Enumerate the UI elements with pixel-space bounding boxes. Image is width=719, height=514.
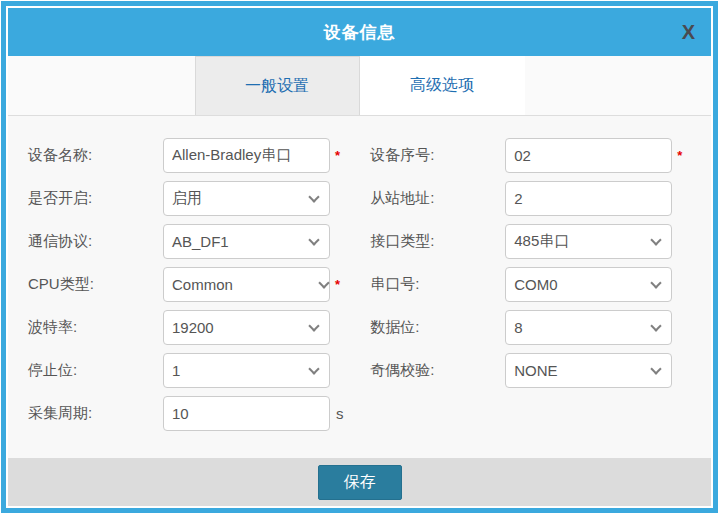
dialog-titlebar: 设备信息 X [8, 8, 711, 56]
interface-type-select-value: 485串口 [514, 232, 569, 251]
device-serial-field: 设备序号: * [370, 137, 693, 173]
enable-label: 是否开启: [28, 189, 163, 208]
required-asterisk: * [335, 277, 340, 292]
chevron-down-icon [651, 320, 662, 331]
required-asterisk: * [335, 148, 340, 163]
device-name-input[interactable] [163, 138, 330, 173]
data-bits-select[interactable]: 8 [505, 310, 672, 345]
form-column-right: 设备序号: * 从站地址: 接口类型: 48 [370, 137, 693, 438]
enable-select-value: 启用 [172, 189, 202, 208]
baud-rate-select[interactable]: 19200 [163, 310, 330, 345]
protocol-label: 通信协议: [28, 232, 163, 251]
tab-advanced-options[interactable]: 高级选项 [360, 56, 525, 115]
device-serial-input[interactable] [505, 138, 672, 173]
chevron-down-icon [651, 363, 662, 374]
collect-period-field: 采集周期: s [28, 395, 370, 431]
baud-rate-select-value: 19200 [172, 319, 214, 336]
tab-bar: 一般设置 高级选项 [8, 56, 711, 116]
interface-type-field: 接口类型: 485串口 [370, 223, 693, 259]
serial-port-field: 串口号: COM0 [370, 266, 693, 302]
device-info-dialog: 设备信息 X 一般设置 高级选项 设备名称: * 是否开启: [1, 1, 718, 513]
device-form: 设备名称: * 是否开启: 启用 通 [8, 116, 711, 438]
data-bits-select-value: 8 [514, 319, 522, 336]
data-bits-field: 数据位: 8 [370, 309, 693, 345]
cpu-type-select-value: Common [172, 276, 233, 293]
slave-address-input[interactable] [505, 181, 672, 216]
collect-period-label: 采集周期: [28, 404, 163, 423]
baud-rate-label: 波特率: [28, 318, 163, 337]
interface-type-select[interactable]: 485串口 [505, 224, 672, 259]
cpu-type-label: CPU类型: [28, 275, 163, 294]
required-asterisk: * [677, 148, 682, 163]
chevron-down-icon [308, 363, 319, 374]
protocol-select-value: AB_DF1 [172, 233, 229, 250]
stop-bits-select[interactable]: 1 [163, 353, 330, 388]
chevron-down-icon [651, 234, 662, 245]
enable-select[interactable]: 启用 [163, 181, 330, 216]
dialog-title: 设备信息 [324, 21, 396, 44]
dialog-footer: 保存 [8, 458, 711, 506]
chevron-down-icon [308, 191, 319, 202]
stop-bits-field: 停止位: 1 [28, 352, 370, 388]
protocol-field: 通信协议: AB_DF1 [28, 223, 370, 259]
data-bits-label: 数据位: [370, 318, 505, 337]
close-button[interactable]: X [682, 22, 695, 42]
cpu-type-select[interactable]: Common [163, 267, 330, 302]
chevron-down-icon [318, 277, 329, 288]
parity-field: 奇偶校验: NONE [370, 352, 693, 388]
device-name-field: 设备名称: * [28, 137, 370, 173]
serial-port-label: 串口号: [370, 275, 505, 294]
device-serial-label: 设备序号: [370, 146, 505, 165]
parity-label: 奇偶校验: [370, 361, 505, 380]
save-button[interactable]: 保存 [318, 465, 402, 500]
form-column-left: 设备名称: * 是否开启: 启用 通 [28, 137, 370, 438]
baud-rate-field: 波特率: 19200 [28, 309, 370, 345]
enable-field: 是否开启: 启用 [28, 180, 370, 216]
chevron-down-icon [651, 277, 662, 288]
interface-type-label: 接口类型: [370, 232, 505, 251]
device-name-label: 设备名称: [28, 146, 163, 165]
cpu-type-field: CPU类型: Common * [28, 266, 370, 302]
slave-address-label: 从站地址: [370, 189, 505, 208]
serial-port-select-value: COM0 [514, 276, 557, 293]
slave-address-field: 从站地址: [370, 180, 693, 216]
stop-bits-select-value: 1 [172, 362, 180, 379]
dialog-body: 一般设置 高级选项 设备名称: * 是否开启: 启用 [8, 56, 711, 506]
chevron-down-icon [308, 234, 319, 245]
parity-select[interactable]: NONE [505, 353, 672, 388]
serial-port-select[interactable]: COM0 [505, 267, 672, 302]
parity-select-value: NONE [514, 362, 557, 379]
collect-period-unit: s [336, 405, 344, 422]
chevron-down-icon [308, 320, 319, 331]
collect-period-input[interactable] [163, 396, 330, 431]
tab-general-settings[interactable]: 一般设置 [195, 56, 360, 115]
protocol-select[interactable]: AB_DF1 [163, 224, 330, 259]
stop-bits-label: 停止位: [28, 361, 163, 380]
